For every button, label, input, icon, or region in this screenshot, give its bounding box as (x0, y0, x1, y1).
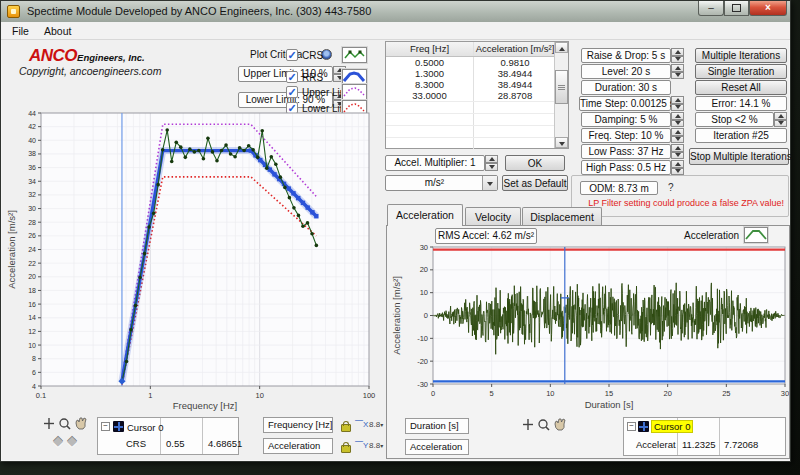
high-pass-spinner[interactable] (671, 160, 684, 175)
menu-about[interactable]: About (39, 24, 76, 38)
table-row[interactable]: 0.50000.9810 (386, 57, 568, 68)
maximize-button[interactable] (724, 1, 749, 16)
svg-text:10: 10 (546, 389, 554, 398)
set-default-button[interactable]: Set as Default (502, 175, 568, 191)
unit-dropdown[interactable]: m/s² (385, 175, 498, 191)
svg-text:20: 20 (663, 389, 671, 398)
x-autoscale-icon[interactable]: ⎺X (355, 420, 368, 430)
crs-legend-icon (342, 47, 367, 63)
time-step-spinner[interactable] (671, 96, 684, 111)
x-axis-lock-icon[interactable] (341, 424, 351, 432)
minimize-button[interactable]: – (698, 1, 724, 16)
svg-text:100: 100 (363, 391, 376, 400)
table-row-empty[interactable] (386, 137, 568, 149)
upper-limit-checkbox[interactable]: ✓ (286, 86, 298, 98)
svg-text:28: 28 (28, 219, 36, 226)
rrs-checkbox[interactable]: ✓ (286, 71, 298, 83)
table-header: Freq [Hz] Acceleration [m/s²] (386, 42, 568, 57)
table-row[interactable]: 1.300038.4944 (386, 68, 568, 79)
level-spinbox[interactable]: Level: 20 s (581, 64, 671, 79)
x-axis-name-box[interactable]: Frequency [Hz] (263, 417, 333, 433)
scroll-thumb[interactable] (555, 70, 568, 104)
graph-tools-right[interactable] (522, 418, 566, 432)
table-row[interactable]: 33.000028.8708 (386, 90, 568, 101)
maximize-icon (732, 4, 741, 12)
rms-indicator: RMS Accel: 4.62 m/s² (435, 228, 537, 244)
single-iteration-button[interactable]: Single Iteration (695, 64, 787, 79)
odm-help[interactable]: ? (668, 182, 674, 193)
cursor-nav-left-button[interactable]: ◆ (53, 433, 63, 448)
waveform-legend-icon[interactable] (744, 227, 768, 243)
menu-file[interactable]: File (7, 24, 34, 38)
tab-velocity[interactable]: Velocity (465, 207, 521, 226)
app-window: Spectime Module Developed by ANCO Engine… (0, 0, 791, 462)
damping-spinbox[interactable]: Damping: 5 % (581, 112, 671, 127)
graph-tools-left[interactable] (43, 417, 87, 431)
y-autoscale-icon[interactable]: ⎺Y (355, 441, 368, 451)
tree-expand-icon[interactable]: − (101, 422, 110, 431)
accel-multiplier-spinner[interactable] (485, 155, 498, 171)
accel-multiplier-spinbox[interactable]: Accel. Multiplier: 1 (385, 155, 485, 171)
cursor-name[interactable]: Cursor 0 (651, 420, 693, 433)
stop-threshold-spinner[interactable] (774, 112, 787, 127)
level-spinner[interactable] (671, 64, 684, 79)
y-axis-lock-icon[interactable] (341, 445, 351, 453)
accel-axis-box[interactable]: Acceleration (405, 439, 469, 455)
reset-all-button[interactable]: Reset All (695, 80, 787, 95)
right-cursor-viewer[interactable]: − Cursor 0 Accelerat 11.2325 7.72068 (623, 417, 786, 456)
table-row-empty[interactable] (386, 125, 568, 137)
logo-main: ANCO (29, 46, 77, 65)
response-spectrum-chart[interactable]: 4681012141618202224262830323436384042440… (5, 105, 377, 411)
svg-text:0.1: 0.1 (36, 391, 46, 400)
table-scrollbar[interactable] (554, 42, 568, 148)
freq-step-spinner[interactable] (671, 128, 684, 143)
table-row[interactable]: 8.300038.4944 (386, 79, 568, 90)
stop-multiple-iterations-button[interactable]: Stop Multiple Iterations (689, 148, 789, 165)
tab-displacement[interactable]: Displacement (522, 207, 602, 226)
title-bar[interactable]: Spectime Module Developed by ANCO Engine… (1, 1, 790, 23)
crs-checkbox[interactable]: ✓ (286, 49, 298, 61)
y-format-icon[interactable]: 8.8▾ (369, 441, 383, 450)
raise-drop-spinner[interactable] (671, 48, 684, 63)
freq-accel-table[interactable]: Freq [Hz] Acceleration [m/s²] 0.50000.98… (385, 41, 569, 149)
raise-drop-spinbox[interactable]: Raise & Drop: 5 s (581, 48, 671, 63)
svg-text:-20: -20 (417, 357, 428, 366)
cursor-name[interactable]: Cursor 0 (127, 422, 163, 433)
freq-step-spinbox[interactable]: Freq. Step: 10 % (581, 128, 671, 143)
table-row-empty[interactable] (386, 113, 568, 125)
rrs-checkbox-label: RRS (302, 72, 323, 83)
high-pass-spinbox[interactable]: High Pass: 0.5 Hz (581, 160, 671, 175)
tab-acceleration[interactable]: Acceleration (387, 204, 463, 226)
time-step-spinbox[interactable]: Time Step: 0.00125 s (579, 96, 671, 111)
anco-logo: ANCOEngineers, Inc. (29, 46, 145, 66)
cursor-plot-name: CRS (126, 438, 146, 449)
ok-button[interactable]: OK (505, 155, 565, 171)
svg-text:30: 30 (28, 205, 36, 212)
tree-expand-icon[interactable]: − (627, 422, 636, 431)
copyright-text: Copyright, ancoengineers.com (19, 65, 161, 77)
svg-text:25: 25 (722, 389, 730, 398)
freq-header: Freq [Hz] (386, 42, 474, 56)
cursor-y-value: 4.68651 (208, 438, 242, 449)
close-button[interactable]: × (749, 1, 787, 16)
damping-spinner[interactable] (671, 112, 684, 127)
scroll-up-button[interactable] (555, 42, 568, 53)
y-axis-name-box[interactable]: Acceleration (263, 438, 333, 454)
svg-text:24: 24 (28, 246, 36, 253)
acceleration-time-chart[interactable]: 051015202530-30-20-100102030Duration [s]… (389, 242, 789, 414)
dropdown-arrow-icon[interactable] (482, 176, 497, 190)
svg-text:44: 44 (28, 110, 36, 117)
low-pass-spinbox[interactable]: Low Pass: 37 Hz (581, 144, 671, 159)
duration-axis-box[interactable]: Duration [s] (405, 418, 469, 434)
cursor-nav-right-button[interactable]: ◆ (67, 433, 77, 448)
stop-threshold-spinbox[interactable]: Stop <2 % (695, 112, 774, 127)
x-format-icon[interactable]: 8.8▾ (369, 420, 383, 429)
svg-text:12: 12 (28, 328, 36, 335)
left-cursor-viewer[interactable]: − Cursor 0 CRS 0.55 4.68651 (97, 417, 239, 455)
scroll-down-button[interactable] (555, 137, 568, 148)
low-pass-spinner[interactable] (671, 144, 684, 159)
crs-checkbox-label: CRS (302, 50, 323, 61)
table-row-empty[interactable] (386, 101, 568, 113)
multiple-iterations-button[interactable]: Multiple Iterations (695, 48, 787, 63)
svg-text:-30: -30 (417, 380, 428, 389)
